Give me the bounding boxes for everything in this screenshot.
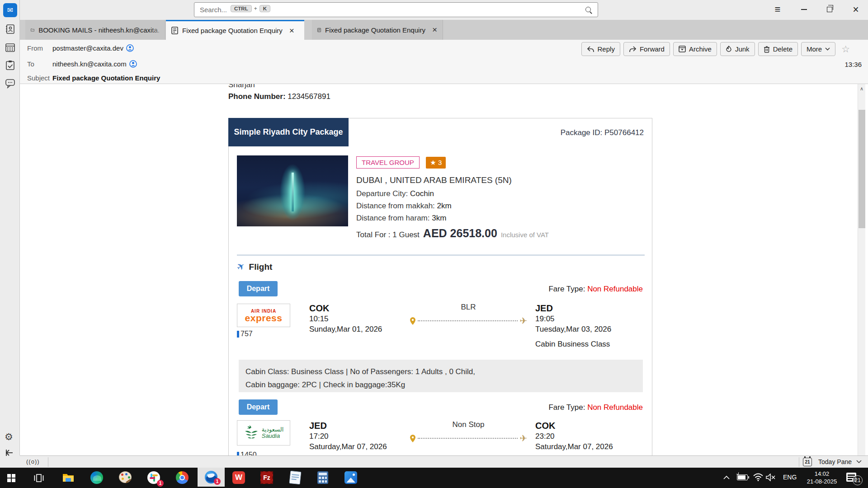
saudia-emblem-icon <box>244 425 259 441</box>
info-line-2: Cabin baggage: 2PC | Check in baggage:35… <box>245 378 636 391</box>
address-book-icon[interactable] <box>5 24 15 34</box>
fare-type: Fare Type: Non Refundable <box>548 285 643 294</box>
notification-center-icon[interactable]: 21 <box>846 472 864 485</box>
battery-icon[interactable] <box>737 474 748 480</box>
tray-expand-chevron-icon[interactable] <box>723 475 730 479</box>
task-view-icon[interactable] <box>33 473 44 483</box>
route-info: Non Stop ✈ <box>410 420 527 444</box>
restore-button[interactable] <box>819 0 840 19</box>
filezilla-icon[interactable]: Fz <box>260 471 274 485</box>
clock[interactable]: 14:02 21-08-2025 <box>801 470 843 485</box>
volume-muted-icon[interactable] <box>766 474 776 481</box>
settings-gear-icon[interactable]: ⚙ <box>5 432 13 442</box>
airport-code: COK <box>535 420 613 431</box>
from-address[interactable]: postmaster@caxita.dev <box>52 44 134 52</box>
app-menu-icon[interactable]: ≡ <box>767 0 788 19</box>
notepad-icon[interactable] <box>289 471 302 485</box>
mail-space-icon[interactable]: ✉ <box>3 3 17 17</box>
calculator-icon[interactable] <box>316 471 330 485</box>
slack-badge: 1 <box>157 480 164 487</box>
close-button[interactable]: × <box>845 0 866 19</box>
depart-badge[interactable]: Depart <box>239 281 278 296</box>
message-actions: Reply Forward Archive Junk Delete More <box>581 42 850 56</box>
vat-note: Inclusive of VAT <box>501 231 549 239</box>
scrollbar-thumb[interactable] <box>859 110 865 228</box>
to-address[interactable]: nitheesh.kn@caxita.com <box>52 60 137 68</box>
package-id: Package ID: P50766412 <box>561 128 644 137</box>
departure-time: 10:15 <box>309 314 382 324</box>
calendar-icon[interactable] <box>5 42 15 52</box>
tab-quotation-1[interactable]: Fixed package Quotation Enquiry × <box>166 20 304 40</box>
delete-button[interactable]: Delete <box>758 42 798 56</box>
archive-icon <box>679 46 686 52</box>
global-search[interactable]: CTRL + K <box>194 2 598 17</box>
collapse-toolbar-icon[interactable] <box>4 447 15 458</box>
divider <box>237 255 645 255</box>
chrome-icon[interactable] <box>176 471 189 485</box>
today-pane-label[interactable]: Today Pane <box>818 458 852 465</box>
departure-info: COK 10:15 Sunday,Mar 01, 2026 <box>309 303 382 334</box>
minimize-button[interactable] <box>793 0 814 19</box>
from-label: From <box>27 44 43 52</box>
package-title: Simple Riyadh City Package <box>228 118 349 146</box>
today-pane-calendar-icon[interactable]: 21 <box>803 458 812 466</box>
depart-badge[interactable]: Depart <box>239 399 278 415</box>
wifi-icon[interactable] <box>753 473 763 481</box>
total-amount: AED 26518.00 <box>423 227 497 240</box>
reply-button[interactable]: Reply <box>581 42 620 56</box>
contact-avatar-icon[interactable] <box>129 60 137 68</box>
plane-icon: ✈ <box>235 260 247 273</box>
paint-icon[interactable] <box>119 471 132 485</box>
star-flag-icon[interactable]: ☆ <box>841 44 850 55</box>
today-pane-chevron-icon[interactable] <box>856 460 862 464</box>
departure-date: Saturday,Mar 07, 2026 <box>309 441 387 452</box>
star-rating-badge: ★ 3 <box>426 157 446 169</box>
tab-label: BOOKING MAILS - nitheesh.kn@caxita. <box>38 26 160 34</box>
wps-office-icon[interactable]: W <box>232 471 246 485</box>
cabin-class: Cabin Business Class <box>535 340 610 349</box>
baggage-info-box: Cabin Class: Business Class | No of Pass… <box>239 360 643 392</box>
start-button-icon[interactable] <box>7 474 15 482</box>
location-pin-icon <box>410 317 416 325</box>
file-explorer-icon[interactable] <box>62 471 75 485</box>
junk-button[interactable]: Junk <box>720 42 755 56</box>
distance-makkah: Distance from makkah: 2km <box>356 202 452 211</box>
message-icon <box>317 26 321 34</box>
message-body: Sharjan Phone Number: 1234567891 Simple … <box>20 84 868 455</box>
address-line-partial: Sharjan <box>228 84 255 89</box>
tab-booking-mails[interactable]: BOOKING MAILS - nitheesh.kn@caxita. <box>25 20 165 40</box>
flight-section-heading: ✈Flight <box>237 261 272 272</box>
scrollbar[interactable]: ∧ <box>858 84 865 455</box>
edge-icon[interactable] <box>90 471 104 485</box>
forward-button[interactable]: Forward <box>623 42 670 56</box>
thunderbird-active-tile[interactable]: 1 <box>198 468 225 487</box>
tab-label: Fixed package Quotation Enquiry <box>182 27 283 34</box>
contact-avatar-icon[interactable] <box>126 44 134 52</box>
star-icon: ★ <box>430 159 436 166</box>
photos-icon[interactable] <box>344 471 358 485</box>
via-label: BLR <box>410 303 527 312</box>
route-dashes <box>418 320 518 321</box>
airline-logo-air-india-express: AIR INDIA express <box>237 304 290 327</box>
chat-icon[interactable] <box>5 78 15 89</box>
departure-date: Sunday,Mar 01, 2026 <box>309 324 382 334</box>
scroll-up-icon[interactable]: ∧ <box>858 86 865 92</box>
tasks-icon[interactable] <box>5 60 15 70</box>
tab-close-icon[interactable]: × <box>289 26 294 36</box>
plane-gold-icon: ✈ <box>519 315 527 326</box>
phone-line: Phone Number: 1234567891 <box>228 92 330 101</box>
tab-close-icon[interactable]: × <box>432 25 437 35</box>
more-button[interactable]: More <box>801 42 835 56</box>
trash-icon <box>764 46 770 53</box>
airport-code: JED <box>309 420 387 431</box>
windows-taskbar: 1 1 W Fz <box>0 468 868 488</box>
network-activity-indicator: ((o)) <box>26 458 40 465</box>
search-icon[interactable] <box>585 6 592 14</box>
slack-icon[interactable]: 1 <box>147 471 161 485</box>
archive-button[interactable]: Archive <box>673 42 717 56</box>
language-indicator[interactable]: ENG <box>783 474 797 481</box>
clock-time: 14:02 <box>801 470 843 478</box>
departure-info: JED 17:20 Saturday,Mar 07, 2026 <box>309 420 387 452</box>
thunderbird-badge: 1 <box>214 478 221 485</box>
tab-quotation-2[interactable]: Fixed package Quotation Enquiry × <box>312 20 443 40</box>
